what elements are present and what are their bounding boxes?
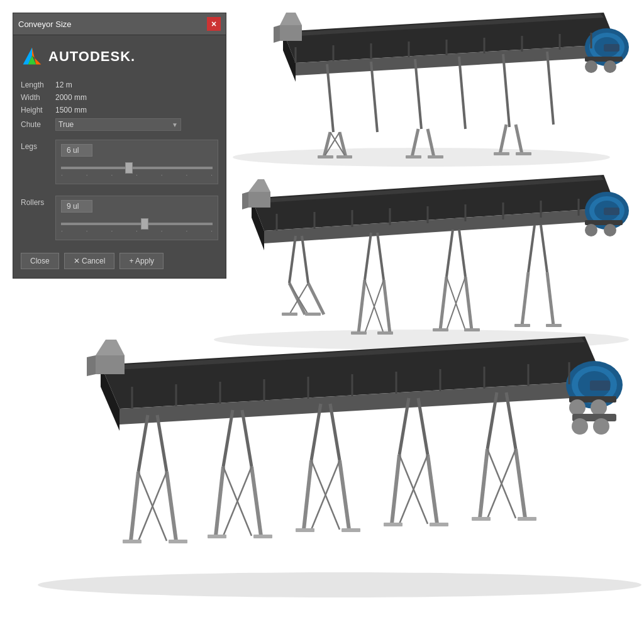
svg-rect-43 [494, 152, 509, 155]
svg-marker-81 [242, 192, 248, 209]
svg-point-25 [585, 60, 597, 73]
length-value: 12 m [55, 80, 72, 89]
svg-point-77 [585, 224, 597, 236]
legs-label: Legs [21, 140, 55, 151]
rollers-label: Rollers [21, 196, 55, 207]
svg-rect-96 [464, 328, 480, 331]
svg-rect-97 [514, 324, 530, 327]
svg-marker-29 [274, 25, 280, 43]
svg-point-150 [591, 399, 607, 416]
autodesk-text: AUTODESK. [48, 48, 135, 65]
length-label: Length [21, 80, 55, 89]
svg-rect-143 [518, 517, 536, 521]
svg-rect-23 [604, 44, 619, 52]
height-value: 1500 mm [55, 106, 87, 114]
svg-rect-42 [428, 155, 443, 158]
svg-point-26 [604, 60, 616, 73]
chevron-down-icon: ▼ [172, 121, 178, 128]
svg-rect-142 [472, 517, 491, 521]
svg-rect-119 [253, 535, 272, 538]
rollers-slider-section: Rollers 9 ul · · · · · · · [21, 196, 218, 243]
width-label: Width [21, 93, 55, 102]
rollers-tick-row: · · · · · · · [61, 228, 213, 235]
svg-rect-93 [351, 331, 367, 335]
rollers-slider-thumb[interactable] [141, 218, 148, 230]
svg-rect-126 [296, 528, 314, 532]
svg-rect-134 [384, 523, 402, 526]
svg-rect-92 [305, 313, 321, 316]
legs-slider-thumb[interactable] [125, 162, 133, 174]
legs-value-display: 6 ul [61, 144, 92, 157]
cancel-button[interactable]: ✕ Cancel [64, 253, 115, 269]
conveyor-size-dialog: Conveyor Size × AUTODESK. Length 12 m [13, 13, 226, 279]
svg-rect-94 [377, 331, 393, 335]
dialog-titlebar: Conveyor Size × [13, 13, 226, 35]
svg-point-78 [604, 224, 616, 236]
svg-point-149 [569, 399, 586, 416]
legs-slider-track[interactable] [61, 167, 213, 169]
svg-rect-75 [604, 208, 619, 215]
legs-slider-section: Legs 6 ul · · · · · · · [21, 140, 218, 187]
svg-rect-118 [208, 535, 226, 538]
width-field-row: Width 2000 mm [21, 93, 218, 102]
chute-field-row: Chute True ▼ [21, 118, 218, 131]
svg-rect-39 [318, 155, 333, 158]
legs-slider-container: 6 ul · · · · · · · [55, 140, 218, 184]
svg-point-153 [593, 418, 609, 435]
dialog-title: Conveyor Size [18, 19, 72, 29]
svg-marker-156 [87, 355, 96, 376]
svg-rect-147 [590, 380, 610, 391]
svg-point-152 [572, 418, 588, 435]
width-value: 2000 mm [55, 93, 87, 102]
autodesk-triangle-icon [21, 45, 43, 68]
svg-marker-154 [96, 355, 125, 374]
close-button[interactable]: Close [21, 253, 59, 269]
chute-value: True [58, 120, 74, 129]
rollers-slider-track[interactable] [61, 223, 213, 225]
rollers-slider-container: 9 ul · · · · · · · [55, 196, 218, 240]
chute-dropdown[interactable]: True ▼ [55, 118, 181, 131]
svg-rect-41 [406, 155, 421, 158]
legs-tick-row: · · · · · · · [61, 172, 213, 179]
height-field-row: Height 1500 mm [21, 106, 218, 114]
svg-rect-135 [430, 523, 448, 526]
svg-rect-127 [341, 528, 360, 532]
dialog-body: AUTODESK. Length 12 m Width 2000 mm Heig… [13, 35, 226, 278]
length-field-row: Length 12 m [21, 80, 218, 89]
svg-marker-27 [280, 25, 302, 41]
close-x-button[interactable]: × [207, 17, 221, 31]
button-row: Close ✕ Cancel + Apply [21, 253, 218, 272]
autodesk-logo: AUTODESK. [21, 42, 218, 72]
svg-rect-98 [546, 324, 562, 327]
svg-point-99 [38, 572, 641, 597]
svg-marker-79 [248, 192, 270, 208]
height-label: Height [21, 106, 55, 114]
svg-rect-111 [169, 540, 187, 543]
svg-rect-110 [123, 540, 142, 543]
svg-rect-44 [516, 152, 531, 155]
chute-label: Chute [21, 120, 55, 129]
svg-rect-95 [433, 328, 448, 331]
apply-button[interactable]: + Apply [119, 253, 164, 269]
svg-rect-91 [282, 313, 297, 316]
rollers-value-display: 9 ul [61, 200, 92, 213]
svg-rect-40 [336, 155, 352, 158]
